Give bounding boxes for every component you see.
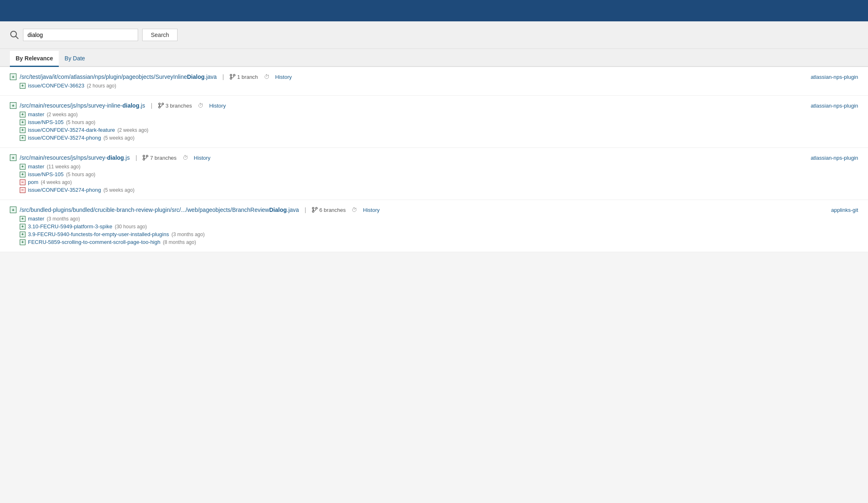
branch-icon <box>158 103 164 108</box>
history-link[interactable]: History <box>275 74 292 80</box>
file-path-link[interactable]: /src/main/resources/js/nps/survey-inline… <box>20 102 145 109</box>
branch-info: 6 branches <box>312 207 346 213</box>
path-after: .java <box>287 207 299 213</box>
sub-expand-icon[interactable]: + <box>20 239 25 245</box>
file-path-link[interactable]: /src/bundled-plugins/bundled/crucible-br… <box>20 207 299 213</box>
separator: | <box>222 73 224 80</box>
path-before: /src/bundled-plugins/bundled/crucible-br… <box>20 207 269 213</box>
sub-item: + master (2 weeks ago) <box>20 111 858 117</box>
sub-item-link[interactable]: FECRU-5859-scrolling-to-comment-scroll-p… <box>28 239 160 245</box>
sub-item: + issue/CONFDEV-36623 (2 hours ago) <box>20 83 858 89</box>
sub-item-link[interactable]: 3.10-FECRU-5949-platform-3-spike <box>28 223 112 230</box>
svg-point-10 <box>143 155 145 157</box>
sub-expand-icon[interactable]: + <box>20 232 25 237</box>
sub-item-time: (2 hours ago) <box>87 83 116 89</box>
result-item: + /src/main/resources/js/nps/survey-dial… <box>0 148 868 200</box>
sub-expand-icon[interactable]: + <box>20 127 25 133</box>
sub-expand-icon[interactable]: + <box>20 119 25 125</box>
branch-count: 6 branches <box>319 207 346 213</box>
search-icon <box>10 30 19 39</box>
result-header: + /src/main/resources/js/nps/survey-inli… <box>10 102 858 109</box>
repo-name: atlassian-nps-plugin <box>810 103 858 109</box>
sub-item-link[interactable]: issue/CONFDEV-35274-phong <box>28 135 101 141</box>
sub-item-link[interactable]: issue/NPS-105 <box>28 119 64 125</box>
svg-point-3 <box>233 74 235 76</box>
separator2: ⏱ <box>264 73 270 80</box>
separator: | <box>305 207 306 213</box>
sub-expand-icon[interactable]: + <box>20 83 25 89</box>
path-highlight: Dialog <box>187 73 205 80</box>
sub-item-link[interactable]: pom <box>28 179 38 185</box>
path-highlight: dialog <box>122 102 139 109</box>
sub-expand-icon[interactable]: + <box>20 164 25 170</box>
tab-by-date[interactable]: By Date <box>59 51 91 67</box>
history-link[interactable]: History <box>194 155 210 161</box>
sub-expand-icon[interactable]: + <box>20 135 25 141</box>
sub-item-link[interactable]: 3.9-FECRU-5940-functests-for-empty-user-… <box>28 231 169 237</box>
sub-item: − issue/CONFDEV-35274-phong (5 weeks ago… <box>20 187 858 193</box>
sub-item-time: (4 weeks ago) <box>41 179 72 185</box>
path-before: /src/main/resources/js/nps/survey- <box>20 154 107 161</box>
search-button[interactable]: Search <box>142 29 178 41</box>
sub-items: + master (3 months ago) + 3.10-FECRU-594… <box>20 216 858 245</box>
sub-item: + issue/CONFDEV-35274-phong (5 weeks ago… <box>20 135 858 141</box>
sub-item-time: (2 weeks ago) <box>47 112 78 117</box>
sub-item: + issue/NPS-105 (5 hours ago) <box>20 119 858 125</box>
sub-expand-icon[interactable]: − <box>20 179 25 185</box>
sub-item: + master (11 weeks ago) <box>20 163 858 170</box>
sub-item-link[interactable]: issue/CONFDEV-36623 <box>28 83 84 89</box>
branch-icon <box>230 74 235 80</box>
path-after: .java <box>205 73 217 80</box>
history-link[interactable]: History <box>209 103 226 109</box>
sub-expand-icon[interactable]: + <box>20 172 25 177</box>
sub-item-link[interactable]: issue/CONFDEV-35274-dark-feature <box>28 127 115 133</box>
separator2: ⏱ <box>182 154 188 161</box>
sub-item-time: (11 weeks ago) <box>47 164 81 170</box>
sub-item-link[interactable]: master <box>28 216 44 222</box>
expand-icon[interactable]: + <box>10 207 16 213</box>
sub-item-time: (3 months ago) <box>47 216 80 222</box>
sub-item-link[interactable]: issue/NPS-105 <box>28 171 64 177</box>
sub-item-time: (30 hours ago) <box>115 224 147 230</box>
svg-point-4 <box>230 78 232 79</box>
branch-icon <box>143 155 148 161</box>
path-before: /src/test/java/it/com/atlassian/nps/plug… <box>20 73 187 80</box>
path-before: /src/main/resources/js/nps/survey-inline… <box>20 102 122 109</box>
sub-item-time: (5 weeks ago) <box>104 187 134 193</box>
expand-icon[interactable]: + <box>10 102 16 109</box>
path-after: .js <box>124 154 130 161</box>
tab-by-relevance[interactable]: By Relevance <box>10 51 59 67</box>
expand-icon[interactable]: + <box>10 73 16 80</box>
sub-expand-icon[interactable]: + <box>20 112 25 117</box>
sub-expand-icon[interactable]: + <box>20 216 25 222</box>
file-path-link[interactable]: /src/main/resources/js/nps/survey-dialog… <box>20 154 130 161</box>
svg-point-15 <box>316 207 317 209</box>
separator2: ⏱ <box>198 102 203 109</box>
history-link[interactable]: History <box>363 207 379 213</box>
file-path-link[interactable]: /src/test/java/it/com/atlassian/nps/plug… <box>20 73 217 80</box>
sub-item-link[interactable]: issue/CONFDEV-35274-phong <box>28 187 101 193</box>
top-bar <box>0 0 868 21</box>
sub-item: + 3.9-FECRU-5940-functests-for-empty-use… <box>20 231 858 237</box>
svg-line-1 <box>16 37 18 39</box>
sub-item: + 3.10-FECRU-5949-platform-3-spike (30 h… <box>20 223 858 230</box>
search-input[interactable] <box>23 29 138 41</box>
result-item: + /src/test/java/it/com/atlassian/nps/pl… <box>0 67 868 96</box>
separator2: ⏱ <box>351 207 357 213</box>
result-header: + /src/test/java/it/com/atlassian/nps/pl… <box>10 73 858 80</box>
separator: | <box>136 154 137 161</box>
sub-item: + issue/CONFDEV-35274-dark-feature (2 we… <box>20 127 858 133</box>
sub-expand-icon[interactable]: + <box>20 224 25 230</box>
sub-expand-icon[interactable]: − <box>20 187 25 193</box>
sub-item-link[interactable]: master <box>28 163 44 170</box>
sub-item-link[interactable]: master <box>28 111 44 117</box>
branch-icon <box>312 207 318 213</box>
branch-count: 7 branches <box>150 155 176 161</box>
branch-info: 3 branches <box>158 103 192 109</box>
repo-name: applinks-git <box>831 207 858 213</box>
svg-point-6 <box>159 103 160 105</box>
sub-item-time: (5 hours ago) <box>66 119 95 125</box>
svg-point-12 <box>143 158 145 160</box>
expand-icon[interactable]: + <box>10 154 16 161</box>
svg-point-8 <box>159 106 160 108</box>
